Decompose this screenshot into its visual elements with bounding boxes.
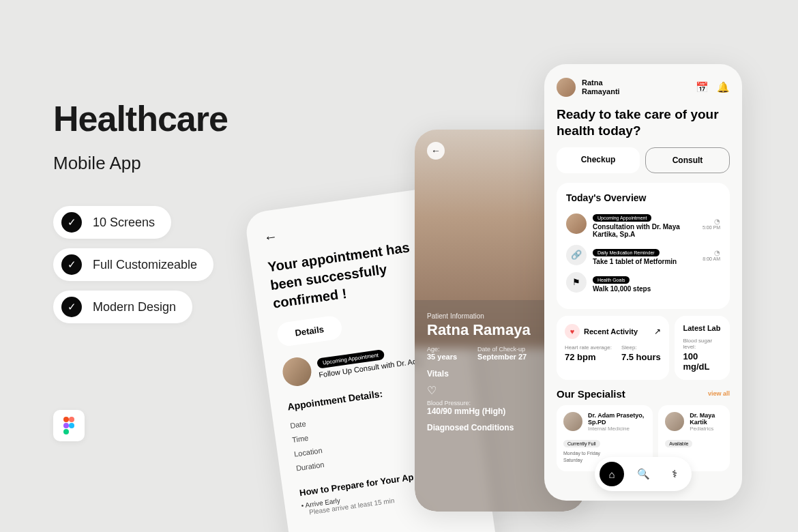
specialist-avatar	[563, 412, 582, 431]
bottom-nav: ⌂ 🔍 ⚕	[595, 457, 692, 491]
check-icon: ✓	[61, 212, 82, 233]
feature-text: 10 Screens	[93, 216, 155, 230]
specialist-avatar	[665, 412, 684, 431]
search-nav-button[interactable]: 🔍	[631, 462, 655, 486]
check-icon: ✓	[61, 254, 82, 275]
clock-icon: ◔	[714, 249, 720, 256]
feature-list: ✓ 10 Screens ✓ Full Customizeable ✓ Mode…	[53, 206, 213, 323]
specialist-role: Internal Medicine	[588, 426, 646, 432]
lab-title: Latest Lab	[683, 324, 722, 332]
svg-point-2	[63, 423, 69, 428]
availability-chip: Available	[665, 440, 692, 447]
checkup-tab[interactable]: Checkup	[557, 147, 640, 173]
consult-tab[interactable]: Consult	[645, 147, 730, 173]
home-nav-button[interactable]: ⌂	[600, 462, 624, 486]
overview-item[interactable]: ⚑ Health Goals Walk 10,000 steps	[566, 272, 720, 293]
availability-chip: Currently Full	[563, 440, 600, 447]
feature-item: ✓ 10 Screens	[53, 206, 171, 239]
age-label: Age:	[427, 346, 457, 353]
check-icon: ✓	[61, 297, 82, 317]
home-screen: RatnaRamayanti 📅 🔔 Ready to take care of…	[544, 64, 742, 501]
specialist-title: Our Specialist	[557, 388, 625, 400]
home-title: Ready to take care of your health today?	[557, 106, 730, 139]
overview-text: Walk 10,000 steps	[593, 285, 720, 293]
specialist-name: Dr. Maya Kartik	[690, 412, 723, 426]
feature-item: ✓ Modern Design	[53, 291, 192, 323]
overview-chip: Upcoming Appointment	[593, 214, 651, 222]
overview-time: 8:00 AM	[703, 256, 720, 261]
doctor-avatar	[566, 213, 587, 234]
overview-item[interactable]: Upcoming Appointment Consultation with D…	[566, 210, 720, 238]
recent-activity-card[interactable]: ♥ Recent Activity ↗ Heart rate average: …	[557, 316, 669, 380]
heart-rate-value: 72 bpm	[565, 352, 612, 362]
view-all-link[interactable]: view all	[708, 390, 730, 397]
lab-label: Blood sugar level:	[683, 338, 722, 350]
figma-icon	[53, 410, 85, 441]
link-icon: 🔗	[566, 245, 587, 265]
svg-point-1	[69, 417, 74, 422]
lab-value: 100 mg/dL	[683, 351, 722, 372]
overview-card: Today's Overview Upcoming Appointment Co…	[557, 183, 730, 309]
user-profile[interactable]: RatnaRamayanti	[557, 78, 620, 97]
sleep-value: 7.5 hours	[621, 352, 661, 362]
heart-icon: ♥	[565, 324, 580, 339]
overview-text: Consultation with Dr. Maya Kartika, Sp.A	[593, 223, 696, 238]
user-name: RatnaRamayanti	[582, 78, 620, 95]
sleep-label: Sleep:	[621, 344, 661, 351]
feature-item: ✓ Full Customizeable	[53, 248, 213, 281]
details-button[interactable]: Details	[276, 314, 343, 347]
hero-title: Healthcare	[53, 98, 228, 139]
overview-item[interactable]: 🔗 Daily Medication Reminder Take 1 table…	[566, 245, 720, 265]
feature-text: Modern Design	[93, 300, 176, 314]
clock-icon: ◔	[714, 218, 720, 225]
overview-title: Today's Overview	[566, 192, 720, 203]
medical-nav-button[interactable]: ⚕	[662, 462, 687, 486]
doctor-avatar	[281, 355, 313, 387]
flag-icon: ⚑	[566, 272, 587, 293]
back-arrow-icon[interactable]: ←	[427, 142, 445, 160]
overview-chip: Health Goals	[593, 276, 630, 284]
arrow-icon: ↗	[654, 327, 661, 336]
age-value: 35 years	[427, 353, 457, 361]
svg-point-3	[69, 423, 74, 428]
bell-icon[interactable]: 🔔	[717, 81, 730, 93]
hero-subtitle: Mobile App	[53, 153, 228, 174]
svg-point-4	[63, 429, 69, 434]
overview-chip: Daily Medication Reminder	[593, 249, 660, 256]
specialist-name: Dr. Adam Prasetyo, Sp.PD	[588, 412, 646, 426]
checkup-label: Date of Check-up	[477, 346, 527, 353]
calendar-icon[interactable]: 📅	[696, 81, 709, 93]
overview-text: Take 1 tablet of Metformin	[593, 258, 696, 265]
checkup-date: September 27	[477, 353, 527, 361]
svg-point-0	[63, 417, 69, 422]
latest-lab-card[interactable]: Latest Lab Blood sugar level: 100 mg/dL	[675, 316, 730, 380]
feature-text: Full Customizeable	[93, 258, 197, 272]
specialist-role: Pediatrics	[690, 426, 723, 432]
activity-title: Recent Activity	[584, 327, 650, 336]
user-avatar	[557, 78, 576, 97]
heart-rate-label: Heart rate average:	[565, 344, 612, 351]
overview-time: 5:00 PM	[703, 225, 720, 230]
